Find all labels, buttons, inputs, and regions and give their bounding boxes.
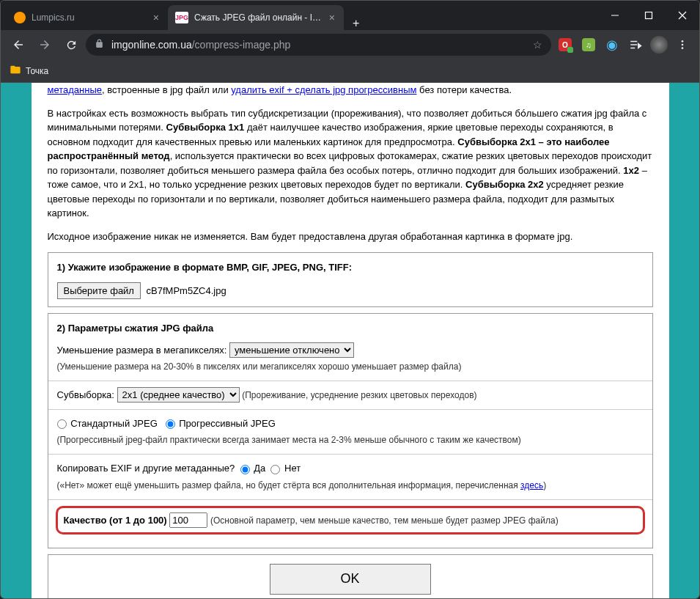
hint: («Нет» может ещё уменьшить размер файла,… <box>57 480 547 490</box>
quality-highlighted-row: Качество (от 1 до 100) (Основной парамет… <box>56 506 645 534</box>
viewport[interactable]: метаданные, встроенные в jpg файл или уд… <box>1 83 699 598</box>
bookmark-folder[interactable]: Точка <box>10 64 48 78</box>
reading-list-icon[interactable] <box>625 34 646 56</box>
choose-file-button[interactable]: Выберите файл <box>57 282 141 299</box>
subsampling-select[interactable]: 2x1 (среднее качество) <box>117 387 240 403</box>
svg-marker-7 <box>638 44 641 48</box>
param-megapixels: Уменьшение размера в мегапикселях: умень… <box>57 342 644 375</box>
extensions-area: O ♫ ◉ <box>554 34 693 56</box>
tab-title: Lumpics.ru <box>32 12 146 23</box>
radio-exif-yes[interactable]: Да <box>240 463 266 474</box>
tab-imgonline[interactable]: JPG Сжать JPEG файл онлайн - IMG × <box>168 5 344 30</box>
separator <box>48 499 652 500</box>
section-submit: OK Обработка обычно длится 0.5-20 секунд… <box>48 554 653 598</box>
extension-globe[interactable]: ◉ <box>601 34 623 56</box>
hint: (Прогрессивный jpeg-файл практически все… <box>57 435 521 445</box>
lock-icon <box>95 39 104 51</box>
address-bar[interactable]: imgonline.com.ua/compress-image.php ☆ <box>86 34 551 56</box>
label: Копировать EXIF и другие метаданные? <box>57 463 235 474</box>
close-icon[interactable]: × <box>328 10 336 25</box>
separator <box>48 381 652 381</box>
svg-point-8 <box>682 40 684 43</box>
svg-point-10 <box>682 47 684 49</box>
radio-progressive[interactable]: Прогрессивный JPEG <box>166 418 276 429</box>
link-metadata[interactable]: метаданные <box>48 84 103 95</box>
new-tab-button[interactable]: + <box>344 17 368 30</box>
page-content: метаданные, встроенные в jpg файл или уд… <box>32 83 669 598</box>
tab-strip: Lumpics.ru × JPG Сжать JPEG файл онлайн … <box>1 1 598 30</box>
param-exif: Копировать EXIF и другие метаданные? Да … <box>57 460 644 493</box>
disclaimer-paragraph: Исходное изображение никак не изменяется… <box>48 229 653 244</box>
close-icon[interactable]: × <box>152 10 161 25</box>
subsampling-paragraph: В настройках есть возможность выбрать ти… <box>48 106 653 221</box>
radio-standard[interactable]: Стандартный JPEG <box>57 418 158 429</box>
separator <box>48 409 652 410</box>
profile-avatar[interactable] <box>648 34 670 56</box>
favicon-icon: JPG <box>175 12 188 23</box>
bookmarks-bar: Точка <box>1 59 699 83</box>
extension-blocker[interactable]: O <box>554 34 576 56</box>
window-controls <box>598 1 699 30</box>
intro-paragraph: метаданные, встроенные в jpg файл или уд… <box>48 83 653 98</box>
favicon-icon <box>14 12 26 23</box>
section-file-select: 1) Укажите изображение в формате BMP, GI… <box>48 252 653 307</box>
star-icon[interactable]: ☆ <box>533 39 542 51</box>
separator <box>48 454 652 455</box>
section-title: 1) Укажите изображение в формате BMP, GI… <box>57 260 644 275</box>
tab-lumpics[interactable]: Lumpics.ru × <box>7 5 168 30</box>
label: Уменьшение размера в мегапикселях: <box>57 345 227 356</box>
ok-button[interactable]: OK <box>270 564 431 595</box>
hint: (Уменьшение размера на 20-30% в пикселях… <box>57 361 462 372</box>
quality-label: Качество (от 1 до 100) <box>64 515 167 526</box>
section-compression-params: 2) Параметры сжатия JPG файла Уменьшение… <box>48 313 653 548</box>
toolbar: imgonline.com.ua/compress-image.php ☆ O … <box>1 30 699 59</box>
quality-input[interactable] <box>169 512 207 528</box>
close-window-button[interactable] <box>666 1 699 30</box>
maximize-button[interactable] <box>632 1 666 30</box>
reload-button[interactable] <box>59 33 83 56</box>
param-jpeg-type: Стандартный JPEG Прогрессивный JPEG (Про… <box>57 416 644 448</box>
megapixels-select[interactable]: уменьшение отключено <box>229 342 354 358</box>
folder-icon <box>10 64 21 78</box>
link-exif-info[interactable]: здесь <box>520 480 543 490</box>
url-text: imgonline.com.ua/compress-image.php <box>111 39 526 51</box>
bookmark-label: Точка <box>26 66 48 76</box>
minimize-button[interactable] <box>598 1 632 30</box>
titlebar: Lumpics.ru × JPG Сжать JPEG файл онлайн … <box>1 1 699 30</box>
radio-exif-no[interactable]: Нет <box>270 463 301 474</box>
label: Субвыборка: <box>57 389 114 400</box>
back-button[interactable] <box>7 33 30 56</box>
forward-button[interactable] <box>33 33 56 56</box>
hint: (Основной параметр, чем меньше качество,… <box>210 515 559 526</box>
selected-filename: cB7fMPm5ZC4.jpg <box>147 285 226 296</box>
svg-rect-1 <box>646 12 652 19</box>
svg-point-9 <box>682 44 684 46</box>
menu-button[interactable] <box>671 34 693 56</box>
section-title: 2) Параметры сжатия JPG файла <box>57 321 644 336</box>
tab-title: Сжать JPEG файл онлайн - IMG <box>194 12 322 23</box>
link-exif[interactable]: удалить exif + сделать jpg прогрессивным <box>231 84 416 95</box>
param-subsampling: Субвыборка: 2x1 (среднее качество) (Прор… <box>57 387 644 403</box>
extension-music[interactable]: ♫ <box>578 34 600 56</box>
hint: (Прореживание, усреднение резких цветовы… <box>242 390 476 400</box>
